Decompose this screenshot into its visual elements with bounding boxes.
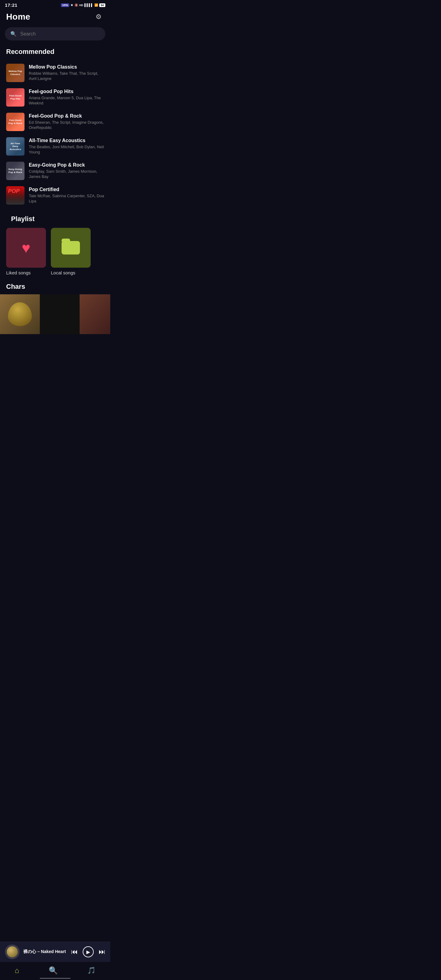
hd-icon: HD bbox=[79, 4, 83, 7]
liked-songs-label: Liked songs bbox=[6, 270, 30, 275]
rec-name: Feel-good Pop Hits bbox=[29, 89, 104, 94]
list-item[interactable]: Feel-GoodPop Hits Feel-good Pop Hits Ari… bbox=[5, 85, 105, 110]
chars-visual-1 bbox=[8, 302, 32, 326]
rec-artists: Ariana Grande, Maroon 5, Dua Lipa, The W… bbox=[29, 95, 104, 106]
rec-artists: Robbie Williams, Take That, The Script, … bbox=[29, 71, 104, 81]
chars-section: Chars bbox=[0, 282, 110, 334]
liked-songs-cover: ♥ bbox=[6, 228, 46, 268]
chars-item-3[interactable] bbox=[80, 294, 110, 334]
rec-thumb-acoustic: All-Time EasyAcoustics bbox=[6, 137, 24, 156]
thumb-label: All-Time EasyAcoustics bbox=[6, 141, 24, 152]
rec-info: Feel-Good Pop & Rock Ed Sheeran, The Scr… bbox=[29, 113, 104, 130]
rec-name: Easy-Going Pop & Rock bbox=[29, 162, 104, 168]
folder-icon bbox=[62, 241, 80, 255]
spacer bbox=[0, 334, 110, 389]
rec-info: Pop Certified Tate McRae, Sabrina Carpen… bbox=[29, 187, 104, 204]
rec-artists: Ed Sheeran, The Script, Imagine Dragons,… bbox=[29, 120, 104, 130]
rec-name: All-Time Easy Acoustics bbox=[29, 138, 104, 143]
list-item[interactable]: Feel-GoodPop & Rock Feel-Good Pop & Rock… bbox=[5, 110, 105, 134]
recommended-list: Mellow PopClassics Mellow Pop Classics R… bbox=[0, 60, 110, 208]
heart-icon: ♥ bbox=[22, 240, 30, 256]
status-bar: 17:21 VPN ★ 🔇 HD ▌▌▌▌ 📶 94 bbox=[0, 0, 110, 9]
chars-item-2[interactable] bbox=[40, 294, 80, 334]
header: Home ⚙ bbox=[0, 9, 110, 27]
playlist-grid: ♥ Liked songs Local songs bbox=[5, 228, 105, 275]
wifi-icon: 📶 bbox=[94, 3, 98, 7]
rec-info: All-Time Easy Acoustics The Beatles, Jon… bbox=[29, 138, 104, 155]
rec-info: Easy-Going Pop & Rock Coldplay, Sam Smit… bbox=[29, 162, 104, 180]
rec-info: Mellow Pop Classics Robbie Williams, Tak… bbox=[29, 64, 104, 81]
chars-item-1[interactable] bbox=[0, 294, 40, 334]
bluetooth-icon: ★ bbox=[70, 3, 73, 7]
recommended-section: Recommended Mellow PopClassics Mellow Po… bbox=[0, 48, 110, 208]
playlist-item-liked[interactable]: ♥ Liked songs bbox=[6, 228, 46, 275]
search-icon: 🔍 bbox=[10, 31, 16, 37]
rec-thumb-feelgood: Feel-GoodPop Hits bbox=[6, 88, 24, 107]
rec-name: Mellow Pop Classics bbox=[29, 64, 104, 70]
recommended-title: Recommended bbox=[0, 48, 110, 60]
mute-icon: 🔇 bbox=[75, 3, 78, 7]
playlist-item-local[interactable]: Local songs bbox=[51, 228, 91, 275]
list-item[interactable]: Easy-GoingPop & Rock Easy-Going Pop & Ro… bbox=[5, 159, 105, 183]
status-icons: VPN ★ 🔇 HD ▌▌▌▌ 📶 94 bbox=[61, 3, 105, 7]
rec-artists: The Beatles, Joni Mitchell, Bob Dylan, N… bbox=[29, 145, 104, 155]
list-item[interactable]: All-Time EasyAcoustics All-Time Easy Aco… bbox=[5, 134, 105, 159]
thumb-label: Easy-GoingPop & Rock bbox=[7, 167, 24, 175]
rec-info: Feel-good Pop Hits Ariana Grande, Maroon… bbox=[29, 89, 104, 106]
rec-thumb-easygoing: Easy-GoingPop & Rock bbox=[6, 162, 24, 180]
playlist-title: Playlist bbox=[5, 215, 105, 228]
rec-name: Pop Certified bbox=[29, 187, 104, 192]
signal-icon: ▌▌▌▌ bbox=[84, 3, 93, 7]
search-input[interactable] bbox=[20, 31, 100, 37]
rec-thumb-feelgoodrock: Feel-GoodPop & Rock bbox=[6, 113, 24, 131]
thumb-label: Feel-GoodPop & Rock bbox=[7, 118, 24, 126]
local-songs-cover bbox=[51, 228, 91, 268]
list-item[interactable]: POP Pop Certified Tate McRae, Sabrina Ca… bbox=[5, 183, 105, 208]
rec-name: Feel-Good Pop & Rock bbox=[29, 113, 104, 119]
status-time: 17:21 bbox=[5, 2, 18, 8]
chars-scroll bbox=[0, 294, 110, 334]
rec-thumb-mellow: Mellow PopClassics bbox=[6, 64, 24, 82]
battery-indicator: 94 bbox=[99, 3, 105, 7]
chars-title: Chars bbox=[0, 283, 110, 294]
person-silhouette bbox=[6, 192, 24, 205]
rec-artists: Tate McRae, Sabrina Carpenter, SZA, Dua … bbox=[29, 194, 104, 204]
page-title: Home bbox=[6, 12, 30, 22]
search-bar[interactable]: 🔍 bbox=[5, 27, 105, 40]
vpn-badge: VPN bbox=[61, 3, 69, 7]
settings-button[interactable]: ⚙ bbox=[93, 11, 104, 22]
local-songs-label: Local songs bbox=[51, 270, 75, 275]
rec-artists: Coldplay, Sam Smith, James Morrison, Jam… bbox=[29, 169, 104, 180]
playlist-section: Playlist ♥ Liked songs Local songs bbox=[0, 208, 110, 282]
rec-thumb-popcert: POP bbox=[6, 186, 24, 205]
thumb-label: Mellow PopClassics bbox=[7, 68, 23, 77]
thumb-label: Feel-GoodPop Hits bbox=[8, 93, 23, 101]
list-item[interactable]: Mellow PopClassics Mellow Pop Classics R… bbox=[5, 60, 105, 85]
